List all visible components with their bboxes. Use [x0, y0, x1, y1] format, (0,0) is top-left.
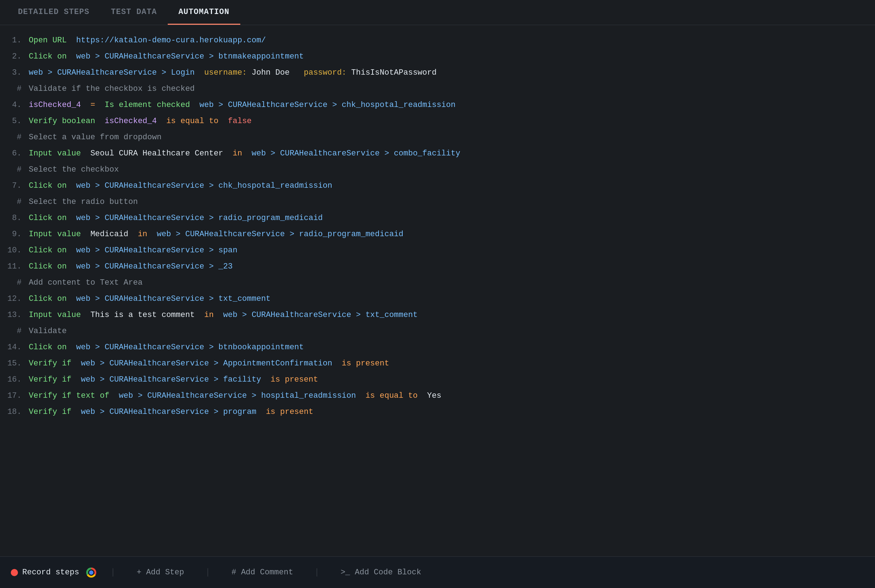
table-row: 12.Click on web > CURAHealthcareService … — [0, 291, 875, 307]
code-token: Select the checkbox — [29, 164, 119, 176]
table-row: 14.Click on web > CURAHealthcareService … — [0, 339, 875, 356]
line-number: # — [7, 83, 29, 95]
line-number: 13. — [7, 309, 29, 321]
record-steps-button[interactable]: Record steps — [11, 568, 86, 577]
code-token: https://katalon-demo-cura.herokuapp.com/ — [76, 34, 266, 46]
line-number: 9. — [7, 228, 29, 240]
table-row: 11.Click on web > CURAHealthcareService … — [0, 258, 875, 274]
line-number: 1. — [7, 34, 29, 46]
code-token — [223, 147, 232, 159]
line-number: # — [7, 196, 29, 208]
code-token — [418, 390, 427, 402]
code-token: Yes — [427, 390, 442, 402]
code-token — [214, 309, 223, 321]
code-token: Verify if — [29, 357, 72, 369]
line-number: # — [7, 277, 29, 289]
table-row: 17.Verify if text of web > CURAHealthcar… — [0, 388, 875, 404]
line-number: 2. — [7, 51, 29, 63]
code-token — [356, 390, 365, 402]
add-code-block-label: >_ Add Code Block — [341, 568, 421, 577]
code-token: Verify boolean — [29, 115, 95, 127]
record-dot-icon — [11, 569, 18, 576]
table-row: 9.Input value Medicaid in web > CURAHeal… — [0, 226, 875, 242]
line-code: Select the checkbox — [29, 164, 864, 176]
table-row: 6.Input value Seoul CURA Healthcare Cent… — [0, 146, 875, 162]
code-token — [190, 99, 199, 111]
table-row: #Select the checkbox — [0, 162, 875, 178]
code-token: Input value — [29, 228, 81, 240]
line-number: 17. — [7, 390, 29, 402]
code-token — [72, 406, 81, 418]
code-token — [156, 115, 166, 127]
code-content: 1.Open URL https://katalon-demo-cura.her… — [0, 25, 875, 556]
code-token: is equal to — [166, 115, 218, 127]
code-token: web > CURAHealthcareService > chk_hospot… — [76, 180, 332, 192]
code-token: web > CURAHealthcareService > txt_commen… — [76, 293, 271, 305]
code-token: Seoul CURA Healthcare Center — [90, 147, 223, 159]
code-token: web > CURAHealthcareService > program — [81, 406, 256, 418]
code-token: ThisIsNotAPassword — [347, 67, 437, 79]
code-token: web > CURAHealthcareService > facility — [81, 374, 261, 386]
line-number: 11. — [7, 261, 29, 273]
code-token: Select the radio button — [29, 196, 138, 208]
add-step-label: + Add Step — [137, 568, 184, 577]
code-token — [261, 374, 271, 386]
line-code: Click on web > CURAHealthcareService > b… — [29, 51, 864, 63]
line-code: Select the radio button — [29, 196, 864, 208]
code-token: web > CURAHealthcareService > span — [76, 244, 238, 256]
code-token: username: — [204, 67, 247, 79]
code-token: John Doe — [247, 67, 290, 79]
line-code: Select a value from dropdown — [29, 131, 864, 143]
add-code-block-button[interactable]: >_ Add Code Block — [333, 568, 428, 577]
code-token — [81, 309, 90, 321]
code-token: web > CURAHealthcareService > btnmakeapp… — [76, 51, 304, 63]
table-row: 1.Open URL https://katalon-demo-cura.her… — [0, 32, 875, 48]
code-token — [109, 390, 119, 402]
line-code: web > CURAHealthcareService > Login user… — [29, 67, 864, 79]
code-token: Click on — [29, 261, 67, 273]
code-token — [128, 228, 138, 240]
line-number: 16. — [7, 374, 29, 386]
tab-detailed-steps[interactable]: DETAILED STEPS — [7, 0, 100, 25]
table-row: 8.Click on web > CURAHealthcareService >… — [0, 210, 875, 226]
line-code: Click on web > CURAHealthcareService > s… — [29, 244, 864, 256]
tab-automation[interactable]: AUTOMATION — [168, 0, 240, 25]
code-token: web > CURAHealthcareService > Appointmen… — [81, 357, 332, 369]
code-token: web > CURAHealthcareService > chk_hospot… — [199, 99, 456, 111]
code-token: web > CURAHealthcareService > txt_commen… — [223, 309, 417, 321]
code-token — [72, 357, 81, 369]
code-token: Click on — [29, 180, 67, 192]
add-step-button[interactable]: + Add Step — [129, 568, 191, 577]
code-token: in — [233, 147, 242, 159]
tab-test-data[interactable]: TEST DATA — [100, 0, 168, 25]
table-row: 15.Verify if web > CURAHealthcareService… — [0, 356, 875, 372]
line-code: Click on web > CURAHealthcareService > t… — [29, 293, 864, 305]
code-token — [81, 228, 90, 240]
line-number: 18. — [7, 406, 29, 418]
table-row: 18.Verify if web > CURAHealthcareService… — [0, 404, 875, 420]
code-token: in — [204, 309, 214, 321]
line-number: 4. — [7, 99, 29, 111]
line-code: isChecked_4 = Is element checked web > C… — [29, 99, 864, 111]
line-code: Open URL https://katalon-demo-cura.herok… — [29, 34, 864, 46]
table-row: 5.Verify boolean isChecked_4 is equal to… — [0, 113, 875, 129]
code-token — [81, 147, 90, 159]
line-code: Click on web > CURAHealthcareService > r… — [29, 212, 864, 224]
code-token — [67, 180, 76, 192]
table-row: #Select the radio button — [0, 194, 875, 210]
code-token: web > CURAHealthcareService > radio_prog… — [156, 228, 403, 240]
line-code: Click on web > CURAHealthcareService > c… — [29, 180, 864, 192]
code-token: This is a test comment — [90, 309, 195, 321]
chrome-icon — [86, 567, 96, 578]
code-token: web > CURAHealthcareService > combo_faci… — [252, 147, 460, 159]
code-token: Input value — [29, 309, 81, 321]
code-token: Verify if — [29, 406, 72, 418]
line-number: 6. — [7, 147, 29, 159]
line-code: Input value Medicaid in web > CURAHealth… — [29, 228, 864, 240]
code-token: web > CURAHealthcareService > _23 — [76, 261, 233, 273]
code-token: is equal to — [365, 390, 417, 402]
add-comment-label: # Add Comment — [232, 568, 293, 577]
code-token: Validate if the checkbox is checked — [29, 83, 195, 95]
add-comment-button[interactable]: # Add Comment — [224, 568, 301, 577]
table-row: #Add content to Text Area — [0, 274, 875, 291]
